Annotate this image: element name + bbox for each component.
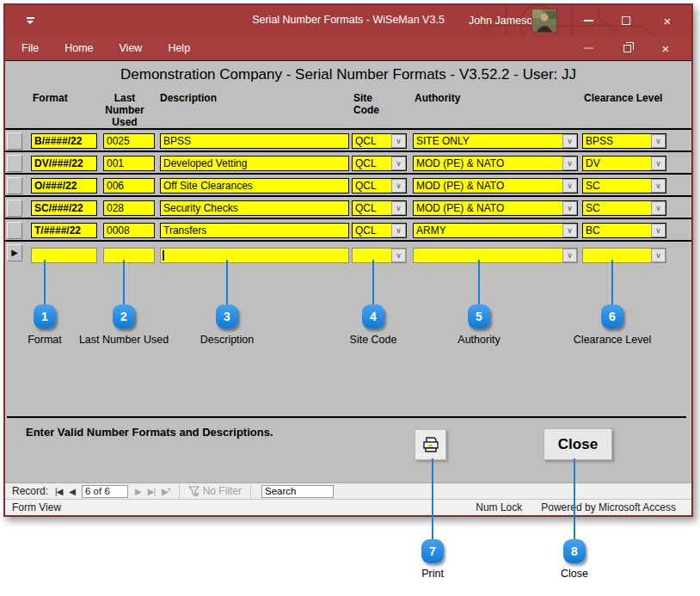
clearance-level-combo[interactable]: SC∨	[582, 200, 666, 216]
record-selector[interactable]	[7, 222, 22, 239]
authority-combo[interactable]: ARMY∨	[413, 223, 578, 238]
chevron-down-icon[interactable]: ∨	[391, 134, 406, 148]
clearance-level-combo[interactable]: BPSS∨	[582, 133, 666, 149]
callout-label-close: Close	[561, 568, 588, 580]
chevron-down-icon[interactable]: ∨	[391, 157, 406, 170]
authority-combo[interactable]: MOD (PE) & NATO∨	[413, 156, 578, 171]
format-field[interactable]: DV/###/22	[31, 156, 97, 171]
menu-file[interactable]: File	[21, 42, 39, 54]
last-number-field[interactable]: 028	[103, 200, 155, 216]
no-filter-toggle[interactable]: No Filter	[188, 485, 242, 497]
description-field[interactable]: Developed Vetting	[160, 156, 349, 171]
doc-restore-button[interactable]	[614, 36, 640, 60]
next-record-icon[interactable]: ▶	[135, 487, 141, 496]
record-selector[interactable]	[7, 132, 22, 150]
chevron-down-icon[interactable]: ∨	[562, 201, 577, 215]
description-field[interactable]: Security Checks	[160, 200, 349, 216]
app-window: Serial Number Formats - WiSeMan V3.5 Joh…	[3, 3, 693, 517]
chevron-down-icon[interactable]: ∨	[651, 249, 666, 262]
clearance-level-combo[interactable]: ∨	[582, 248, 666, 263]
column-header-last-number-used: Last Number Used	[98, 92, 151, 128]
chevron-down-icon[interactable]: ∨	[562, 179, 577, 193]
record-selector[interactable]	[7, 155, 22, 172]
format-field[interactable]: B/####/22	[31, 133, 97, 149]
print-button[interactable]	[414, 429, 446, 460]
chevron-down-icon[interactable]: ∨	[651, 134, 666, 148]
table-row: T/####/22 0008 Transfers QCL∨ ARMY∨ BC∨	[5, 218, 691, 240]
status-bar: Form View Num Lock Powered by Microsoft …	[5, 499, 691, 515]
user-avatar[interactable]	[531, 9, 557, 33]
num-lock-indicator: Num Lock	[476, 501, 522, 513]
description-field[interactable]: BPSS	[160, 133, 349, 149]
chevron-down-icon[interactable]: ∨	[651, 224, 666, 237]
record-selector[interactable]	[7, 177, 22, 194]
site-code-combo[interactable]: QCL∨	[352, 156, 407, 171]
description-field[interactable]	[160, 248, 349, 263]
close-window-button[interactable]: ×	[654, 5, 680, 36]
authority-combo[interactable]: MOD (PE) & NATO∨	[413, 178, 578, 194]
record-selector[interactable]	[7, 200, 22, 217]
chevron-down-icon[interactable]: ∨	[391, 201, 406, 215]
last-number-field[interactable]	[103, 248, 155, 263]
window-title: Serial Number Formats - WiSeMan V3.5	[252, 14, 445, 26]
chevron-down-icon[interactable]: ∨	[562, 224, 577, 237]
last-number-field[interactable]: 0025	[103, 133, 155, 149]
authority-combo[interactable]: ∨	[413, 248, 578, 263]
site-code-combo[interactable]: QCL∨	[352, 133, 407, 149]
quick-access-toolbar-icon[interactable]	[27, 17, 35, 24]
chevron-down-icon[interactable]: ∨	[651, 179, 666, 193]
site-code-combo[interactable]: QCL∨	[352, 200, 407, 216]
menu-help[interactable]: Help	[168, 42, 190, 54]
menu-view[interactable]: View	[120, 42, 143, 54]
site-code-combo[interactable]: QCL∨	[352, 223, 407, 238]
clearance-level-combo[interactable]: DV∨	[582, 156, 666, 171]
close-form-button[interactable]: Close	[543, 428, 612, 460]
format-field[interactable]: SC/###/22	[31, 200, 97, 216]
callout-line-4	[372, 260, 374, 304]
menu-home[interactable]: Home	[64, 42, 93, 54]
format-field[interactable]: O/###/22	[31, 178, 97, 194]
last-record-icon[interactable]: ▶|	[148, 487, 155, 496]
chevron-down-icon[interactable]: ∨	[562, 249, 577, 262]
clearance-level-combo[interactable]: BC∨	[582, 223, 666, 238]
footer-divider	[7, 416, 686, 418]
chevron-down-icon[interactable]: ∨	[391, 179, 406, 193]
current-record-arrow-icon: ▶	[11, 249, 18, 257]
last-number-field[interactable]: 006	[103, 178, 155, 194]
logged-in-user: John Jameson	[469, 15, 538, 27]
first-record-icon[interactable]: |◀	[55, 487, 62, 496]
maximize-button[interactable]	[613, 5, 639, 36]
callout-badge-3: 3	[216, 304, 238, 329]
search-input[interactable]	[261, 485, 334, 498]
previous-record-icon[interactable]: ◀	[69, 487, 75, 496]
chevron-down-icon[interactable]: ∨	[562, 157, 577, 170]
callout-badge-7: 7	[421, 539, 444, 563]
clearance-level-combo[interactable]: SC∨	[582, 178, 666, 194]
format-field[interactable]: T/####/22	[31, 223, 97, 238]
site-code-combo[interactable]: ∨	[352, 248, 407, 263]
chevron-down-icon[interactable]: ∨	[651, 157, 666, 170]
description-field[interactable]: Transfers	[160, 223, 349, 238]
authority-value: MOD (PE) & NATO	[414, 179, 562, 193]
doc-minimize-button[interactable]	[575, 36, 601, 60]
record-position-box[interactable]: 6 of 6	[82, 485, 128, 498]
authority-combo[interactable]: MOD (PE) & NATO∨	[413, 200, 578, 216]
current-record-selector[interactable]: ▶	[7, 244, 22, 261]
chevron-down-icon[interactable]: ∨	[651, 201, 666, 215]
callout-label-description: Description	[200, 334, 255, 346]
clearance-value: SC	[583, 179, 651, 193]
site-code-combo[interactable]: QCL∨	[352, 178, 407, 194]
authority-value: MOD (PE) & NATO	[414, 157, 562, 170]
minimize-button[interactable]	[575, 5, 601, 36]
chevron-down-icon[interactable]: ∨	[391, 249, 406, 262]
new-record-icon[interactable]: ▶*	[162, 487, 170, 496]
authority-value: ARMY	[414, 224, 562, 237]
last-number-field[interactable]: 0008	[103, 223, 155, 238]
last-number-field[interactable]: 001	[103, 156, 155, 171]
chevron-down-icon[interactable]: ∨	[562, 134, 577, 148]
description-field[interactable]: Off Site Clearances	[160, 178, 349, 194]
doc-close-button[interactable]: ×	[653, 36, 679, 60]
format-field[interactable]	[31, 248, 97, 263]
authority-combo[interactable]: SITE ONLY∨	[413, 133, 578, 149]
chevron-down-icon[interactable]: ∨	[391, 224, 406, 237]
